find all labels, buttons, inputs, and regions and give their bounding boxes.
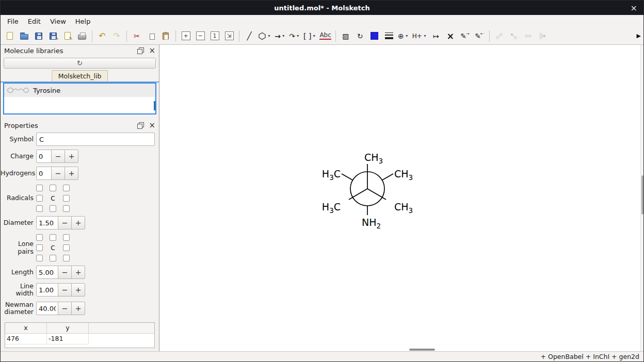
line-width-icon <box>385 32 393 39</box>
charge-decrease-button[interactable]: − <box>51 150 65 163</box>
coord-cell-y[interactable]: -181 <box>47 334 89 344</box>
bracket-tool-button[interactable]: [ ]▾ <box>302 29 317 43</box>
line-width-decrease-button[interactable]: − <box>58 283 72 297</box>
library-list[interactable]: Tyrosine <box>3 83 156 114</box>
coord-cell-x[interactable]: 476 <box>5 334 47 344</box>
color-picker-button[interactable] <box>368 29 381 43</box>
dropdown-arrow-icon: ▾ <box>423 34 427 38</box>
lone-pair-checkbox[interactable] <box>36 244 43 251</box>
length-increase-button[interactable]: + <box>71 266 85 279</box>
radical-checkbox[interactable] <box>63 195 70 202</box>
menu-help[interactable]: Help <box>71 16 95 27</box>
draw-bond-tool-button[interactable]: ╱ <box>243 29 256 43</box>
drawing-canvas[interactable]: CH3 H3C CH3 H3C CH3 NH2 <box>159 45 643 351</box>
toolbar-separator <box>489 30 490 42</box>
charge-tool-button[interactable]: ⊕▾ <box>397 29 410 43</box>
newman-diameter-increase-button[interactable]: + <box>71 302 85 315</box>
hash-bond-icon: ▨ <box>342 32 349 40</box>
zoom-original-button[interactable]: 1 <box>208 29 221 43</box>
paste-button[interactable] <box>159 29 172 43</box>
lone-pair-checkbox[interactable] <box>36 255 43 261</box>
undo-button[interactable]: ↶ <box>95 29 109 43</box>
close-panel-button[interactable]: × <box>149 122 155 129</box>
diameter-decrease-button[interactable]: − <box>58 216 72 229</box>
pen-back-tool-button[interactable]: ✎← <box>473 29 486 43</box>
newman-projection-molecule[interactable]: CH3 H3C CH3 H3C CH3 NH2 <box>159 45 641 351</box>
refresh-libraries-button[interactable]: ↻ <box>4 58 156 69</box>
vertical-scrollbar-handle[interactable] <box>641 175 643 215</box>
radical-checkbox[interactable] <box>36 185 43 191</box>
bond-back-upper-right[interactable] <box>382 174 393 180</box>
radical-checkbox[interactable] <box>36 205 43 212</box>
diameter-increase-button[interactable]: + <box>71 216 85 229</box>
substituent-bottom[interactable]: NH2 <box>362 217 381 230</box>
text-tool-button[interactable]: Abc <box>318 29 332 43</box>
lone-pair-checkbox[interactable] <box>63 255 70 261</box>
copy-button[interactable] <box>144 29 158 43</box>
line-width-input[interactable] <box>36 283 58 297</box>
substituent-upper-left[interactable]: H3C <box>322 168 341 182</box>
menu-file[interactable]: File <box>3 16 23 27</box>
print-button[interactable] <box>75 29 89 43</box>
tab-molsketch-lib[interactable]: Molsketch_lib <box>52 70 108 83</box>
float-panel-icon[interactable] <box>137 122 144 129</box>
hydrogens-icon: H+ <box>412 32 422 40</box>
cut-button[interactable]: ✂ <box>130 29 143 43</box>
line-width-increase-button[interactable]: + <box>71 283 85 297</box>
newman-diameter-decrease-button[interactable]: − <box>58 302 72 315</box>
length-input[interactable] <box>36 266 58 279</box>
lone-pair-checkbox[interactable] <box>63 234 70 241</box>
ring-tool-button[interactable]: ▾ <box>257 29 272 43</box>
open-file-button[interactable] <box>18 29 31 43</box>
list-scrollbar-handle[interactable] <box>154 101 155 110</box>
zoom-in-button[interactable]: + <box>179 29 192 43</box>
zoom-fit-button[interactable]: ⇲ <box>222 29 236 43</box>
toolbar-overflow-button[interactable]: ▶ <box>637 32 641 39</box>
lone-pair-checkbox[interactable] <box>36 234 43 241</box>
float-panel-icon[interactable] <box>137 47 144 54</box>
radical-checkbox[interactable] <box>36 195 43 202</box>
delete-tool-button[interactable]: × <box>444 29 457 43</box>
reaction-arrow-tool-button[interactable]: →▾ <box>273 29 287 43</box>
radical-checkbox[interactable] <box>50 205 56 212</box>
save-button[interactable] <box>32 29 45 43</box>
radical-checkbox[interactable] <box>50 185 56 191</box>
charge-input[interactable] <box>36 150 52 163</box>
hydrogens-tool-button[interactable]: H+▾ <box>411 29 428 43</box>
list-item-tyrosine[interactable]: Tyrosine <box>4 84 155 97</box>
length-decrease-button[interactable]: − <box>58 266 72 279</box>
pen-forward-tool-button[interactable]: ✎→ <box>458 29 472 43</box>
export-image-button[interactable]: ✎ <box>61 29 74 43</box>
vertical-scrollbar[interactable] <box>640 45 643 351</box>
lone-pair-checkbox[interactable] <box>50 234 56 241</box>
lone-pair-checkbox[interactable] <box>50 255 56 261</box>
newman-diameter-input[interactable] <box>36 302 58 315</box>
close-panel-button[interactable]: × <box>149 47 155 55</box>
substituent-lower-left[interactable]: H3C <box>322 201 341 215</box>
hydrogens-increase-button[interactable]: + <box>65 167 78 180</box>
hash-bond-tool-button[interactable]: ▨ <box>339 29 352 43</box>
adjust-tool-button[interactable]: ↦ <box>429 29 443 43</box>
hydrogens-decrease-button[interactable]: − <box>51 167 65 180</box>
lone-pair-checkbox[interactable] <box>63 244 70 251</box>
menu-edit[interactable]: Edit <box>23 16 45 27</box>
zoom-out-button[interactable]: − <box>194 29 207 43</box>
substituent-lower-right[interactable]: CH3 <box>394 201 413 215</box>
horizontal-scrollbar-handle[interactable] <box>409 349 435 351</box>
radical-checkbox[interactable] <box>63 205 70 212</box>
bond-back-upper-left[interactable] <box>342 174 352 180</box>
substituent-top[interactable]: CH3 <box>364 152 383 165</box>
symbol-input[interactable] <box>36 133 155 146</box>
menu-view[interactable]: View <box>45 16 71 27</box>
radical-checkbox[interactable] <box>63 185 70 191</box>
save-as-button[interactable]: ✎ <box>46 29 60 43</box>
charge-increase-button[interactable]: + <box>65 150 78 163</box>
diameter-input[interactable] <box>36 216 58 229</box>
mechanism-arrow-tool-button[interactable]: ↷▾ <box>288 29 301 43</box>
line-width-button[interactable] <box>382 29 396 43</box>
window-close-button[interactable]: × <box>631 1 637 15</box>
substituent-upper-right[interactable]: CH3 <box>394 168 413 182</box>
hydrogens-input[interactable] <box>36 167 52 180</box>
rotate-tool-button[interactable]: ↻ <box>353 29 367 43</box>
new-file-button[interactable] <box>3 29 17 43</box>
